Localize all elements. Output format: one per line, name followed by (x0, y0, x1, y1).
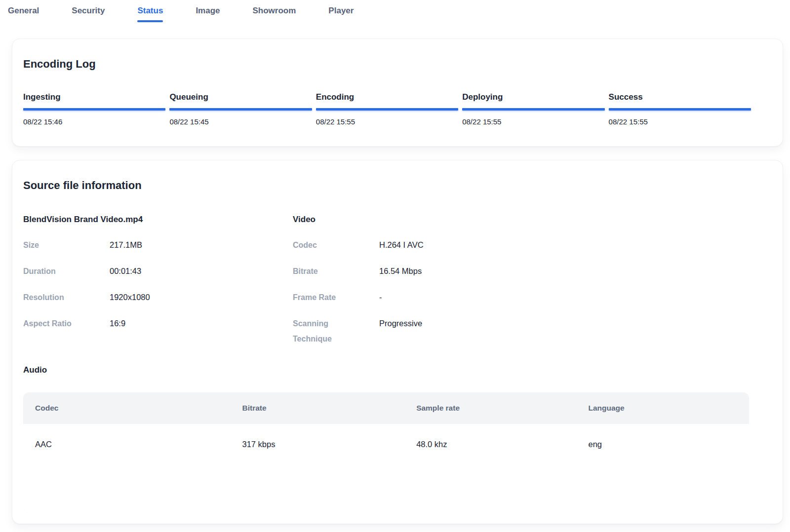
encoding-log-card: Encoding Log Ingesting 08/22 15:46 Queue… (12, 38, 783, 147)
step-progress-bar (609, 108, 751, 111)
step-progress-bar (169, 108, 312, 111)
step-label: Encoding (316, 92, 458, 102)
audio-table: Codec Bitrate Sample rate Language AAC 3… (23, 392, 749, 513)
step-encoding: Encoding 08/22 15:55 (316, 92, 458, 126)
tab-player[interactable]: Player (328, 6, 354, 22)
column-header-sample-rate: Sample rate (416, 404, 588, 413)
step-success: Success 08/22 15:55 (609, 92, 751, 126)
tab-image[interactable]: Image (196, 6, 220, 22)
file-info-column: BlendVision Brand Video.mp4 Size 217.1MB… (23, 215, 293, 357)
step-timestamp: 08/22 15:55 (316, 117, 458, 126)
info-row-codec: Codec H.264 I AVC (293, 237, 772, 253)
info-value: 16.54 Mbps (379, 264, 422, 279)
encoding-steps: Ingesting 08/22 15:46 Queueing 08/22 15:… (23, 92, 751, 126)
info-row-size: Size 217.1MB (23, 237, 293, 253)
column-header-codec: Codec (35, 404, 242, 413)
info-label: Resolution (23, 290, 110, 305)
info-label: Codec (293, 237, 379, 253)
info-label: Aspect Ratio (23, 316, 110, 331)
video-info-column: Video Codec H.264 I AVC Bitrate 16.54 Mb… (293, 215, 772, 357)
cell-codec: AAC (35, 440, 242, 449)
info-label: Size (23, 237, 110, 253)
info-value: 00:01:43 (110, 264, 141, 279)
info-row-resolution: Resolution 1920x1080 (23, 290, 293, 305)
step-label: Deploying (462, 92, 604, 102)
info-row-bitrate: Bitrate 16.54 Mbps (293, 264, 772, 279)
table-row: AAC 317 kbps 48.0 khz eng (23, 424, 749, 449)
column-header-language: Language (589, 404, 738, 413)
cell-language: eng (589, 440, 738, 449)
audio-table-header: Codec Bitrate Sample rate Language (23, 392, 749, 424)
tab-bar: General Security Status Image Showroom P… (0, 0, 790, 22)
step-timestamp: 08/22 15:55 (462, 117, 604, 126)
step-timestamp: 08/22 15:45 (169, 117, 312, 126)
step-timestamp: 08/22 15:46 (23, 117, 165, 126)
tab-status[interactable]: Status (137, 6, 163, 22)
info-value: H.264 I AVC (379, 237, 424, 253)
audio-section-title: Audio (23, 365, 772, 375)
step-label: Success (609, 92, 751, 102)
source-file-title: Source file information (23, 179, 772, 192)
info-label: Frame Rate (293, 290, 379, 305)
info-value: 16:9 (110, 316, 125, 331)
column-header-bitrate: Bitrate (242, 404, 416, 413)
cell-sample-rate: 48.0 khz (416, 440, 588, 449)
source-file-grid: BlendVision Brand Video.mp4 Size 217.1MB… (23, 215, 772, 357)
encoding-log-title: Encoding Log (23, 58, 772, 71)
info-row-scanning-technique: Scanning Technique Progressive (293, 316, 772, 346)
step-progress-bar (462, 108, 604, 111)
info-row-duration: Duration 00:01:43 (23, 264, 293, 279)
info-value: Progressive (379, 316, 422, 346)
video-section-title: Video (293, 215, 772, 225)
tab-security[interactable]: Security (72, 6, 105, 22)
step-label: Ingesting (23, 92, 165, 102)
step-timestamp: 08/22 15:55 (609, 117, 751, 126)
step-deploying: Deploying 08/22 15:55 (462, 92, 604, 126)
info-row-aspect-ratio: Aspect Ratio 16:9 (23, 316, 293, 331)
info-label: Duration (23, 264, 110, 279)
file-name: BlendVision Brand Video.mp4 (23, 215, 293, 225)
step-ingesting: Ingesting 08/22 15:46 (23, 92, 165, 126)
step-label: Queueing (169, 92, 312, 102)
step-progress-bar (316, 108, 458, 111)
info-value: - (379, 290, 382, 305)
audio-table-body: AAC 317 kbps 48.0 khz eng (23, 424, 749, 513)
cell-bitrate: 317 kbps (242, 440, 416, 449)
info-row-frame-rate: Frame Rate - (293, 290, 772, 305)
step-queueing: Queueing 08/22 15:45 (169, 92, 312, 126)
tab-showroom[interactable]: Showroom (253, 6, 296, 22)
info-label: Scanning Technique (293, 316, 379, 346)
info-value: 1920x1080 (110, 290, 150, 305)
info-value: 217.1MB (110, 237, 142, 253)
step-progress-bar (23, 108, 165, 111)
source-file-card: Source file information BlendVision Bran… (12, 160, 783, 524)
tab-general[interactable]: General (8, 6, 39, 22)
info-label: Bitrate (293, 264, 379, 279)
